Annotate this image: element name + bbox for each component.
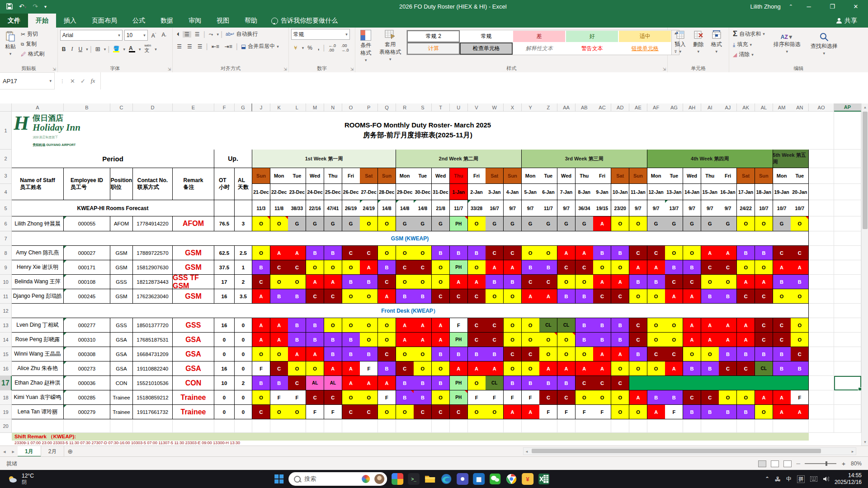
col-header-AK[interactable]: AK [737, 103, 755, 112]
shift-cell[interactable]: C [539, 275, 557, 289]
shift-cell[interactable]: C [432, 289, 450, 304]
shift-cell[interactable]: F [791, 390, 809, 405]
shift-cell[interactable]: G [396, 216, 414, 231]
shift-cell[interactable]: O [378, 405, 396, 419]
col-header-M[interactable]: M [306, 103, 324, 112]
forecast-cell-15-Jan[interactable]: 9/7 [701, 200, 719, 216]
shift-cell[interactable]: C [522, 275, 540, 289]
shift-cell[interactable]: O [791, 318, 809, 333]
shift-cell[interactable]: A [252, 333, 270, 347]
shift-cell[interactable]: B [270, 376, 288, 390]
shift-cell[interactable]: O [288, 275, 306, 289]
cell-F5[interactable] [214, 200, 235, 216]
shift-cell[interactable]: A [791, 405, 809, 419]
cell-AP14[interactable] [834, 333, 861, 347]
staff-position[interactable]: GSS [110, 275, 133, 289]
forecast-cell-18-Jan[interactable]: 10/7 [755, 200, 773, 216]
cell-AO20[interactable] [809, 419, 834, 433]
shift-cell[interactable]: C [306, 289, 324, 304]
cell-AO3[interactable] [809, 168, 834, 184]
horizontal-scroll-thumb[interactable] [532, 449, 821, 453]
col-header-AP[interactable]: AP [834, 103, 861, 112]
shift-cell[interactable]: B [396, 376, 414, 390]
shift-cell[interactable]: C [342, 405, 360, 419]
shift-cell[interactable]: B [593, 246, 611, 260]
cell-row20[interactable] [252, 419, 270, 433]
shift-cell[interactable]: O [270, 275, 288, 289]
align-top-icon[interactable]: 🞀 [175, 31, 181, 38]
shift-cell[interactable]: AL [324, 376, 342, 390]
staff-ot[interactable]: 76.5 [214, 216, 235, 231]
cell-row20[interactable] [683, 419, 701, 433]
cell-AO14[interactable] [809, 333, 834, 347]
col-header-Y[interactable]: Y [522, 103, 540, 112]
menu-tab-页面布局[interactable]: 页面布局 [84, 14, 125, 28]
shift-cell[interactable]: A [773, 405, 791, 419]
shift-cell[interactable]: G [719, 216, 737, 231]
shift-cell[interactable]: O [522, 246, 540, 260]
shift-cell[interactable]: C [342, 246, 360, 260]
shift-cell[interactable]: B [414, 390, 432, 405]
shift-cell[interactable]: O [270, 405, 288, 419]
shift-cell[interactable]: C [791, 246, 809, 260]
shift-cell[interactable]: O [629, 361, 647, 376]
find-select-button[interactable]: 查找和选择▾ [808, 29, 840, 59]
staff-position[interactable]: GSA [110, 333, 133, 347]
cell-row20[interactable] [270, 419, 288, 433]
shift-cell[interactable]: A [360, 376, 378, 390]
staff-contact[interactable]: 15521010536 [133, 376, 173, 390]
staff-al[interactable]: 0 [235, 390, 252, 405]
cell-row20[interactable] [173, 419, 214, 433]
account-user-name[interactable]: Lilith Zhong [750, 3, 781, 10]
shift-cell[interactable]: A [737, 275, 755, 289]
scroll-right-icon[interactable]: ▸ [850, 449, 855, 454]
shift-cell[interactable]: B [719, 347, 737, 361]
shift-cell[interactable]: C [576, 260, 594, 275]
shift-cell[interactable]: C [647, 246, 665, 260]
shift-cell[interactable]: O [360, 333, 378, 347]
shift-cell[interactable]: A [755, 275, 773, 289]
shift-cell[interactable]: O [647, 318, 665, 333]
shift-cell[interactable]: C [737, 361, 755, 376]
cell-style-好[interactable]: 好 [566, 30, 618, 42]
staff-name[interactable]: Alice Zhu 朱春艳 [12, 361, 64, 376]
shift-cell[interactable]: O [378, 318, 396, 333]
staff-remark[interactable]: GSM [173, 260, 214, 275]
staff-id[interactable]: 000285 [64, 390, 110, 405]
shift-cell[interactable]: B [755, 347, 773, 361]
cell-AO18[interactable] [809, 390, 834, 405]
staff-ot[interactable]: 0 [214, 390, 235, 405]
cell-AO6[interactable] [809, 216, 834, 231]
staff-position[interactable]: AFOM [110, 216, 133, 231]
forecast-cell-12-Jan[interactable]: 9/7 [647, 200, 665, 216]
row-header-2[interactable]: 2 [0, 150, 12, 168]
taskbar-chrome-icon[interactable] [505, 473, 517, 485]
cell-AP13[interactable] [834, 318, 861, 333]
fill-button[interactable]: ⤓填充▾ [731, 40, 766, 49]
shift-cell[interactable]: CL [486, 376, 504, 390]
staff-ot[interactable]: 10 [214, 376, 235, 390]
shift-cell[interactable]: O [288, 405, 306, 419]
shift-cell[interactable]: G [539, 216, 557, 231]
shift-cell[interactable]: C [432, 405, 450, 419]
shift-cell[interactable]: C [522, 347, 540, 361]
taskbar-photos-icon[interactable] [392, 473, 403, 485]
shift-cell[interactable]: C [773, 318, 791, 333]
shift-cell[interactable]: C [414, 405, 432, 419]
shift-cell[interactable]: A [306, 275, 324, 289]
shift-cell[interactable]: O [611, 405, 629, 419]
underline-button[interactable]: U [76, 46, 84, 52]
shift-cell[interactable]: B [504, 275, 522, 289]
forecast-cell-9-Jan[interactable]: 19/15 [593, 200, 611, 216]
shift-cell[interactable]: F [306, 405, 324, 419]
shift-cell[interactable]: C [719, 361, 737, 376]
cell-style-警告文本[interactable]: 警告文本 [566, 42, 618, 55]
shift-cell[interactable]: C [539, 390, 557, 405]
cancel-icon[interactable]: ✕ [70, 78, 75, 84]
col-header-AE[interactable]: AE [629, 103, 647, 112]
shift-cell[interactable]: B [270, 289, 288, 304]
cell-row20[interactable] [235, 419, 252, 433]
shift-cell[interactable]: F [324, 405, 342, 419]
cell-row20[interactable] [396, 419, 414, 433]
cell-style-适中[interactable]: 适中 [618, 30, 671, 42]
